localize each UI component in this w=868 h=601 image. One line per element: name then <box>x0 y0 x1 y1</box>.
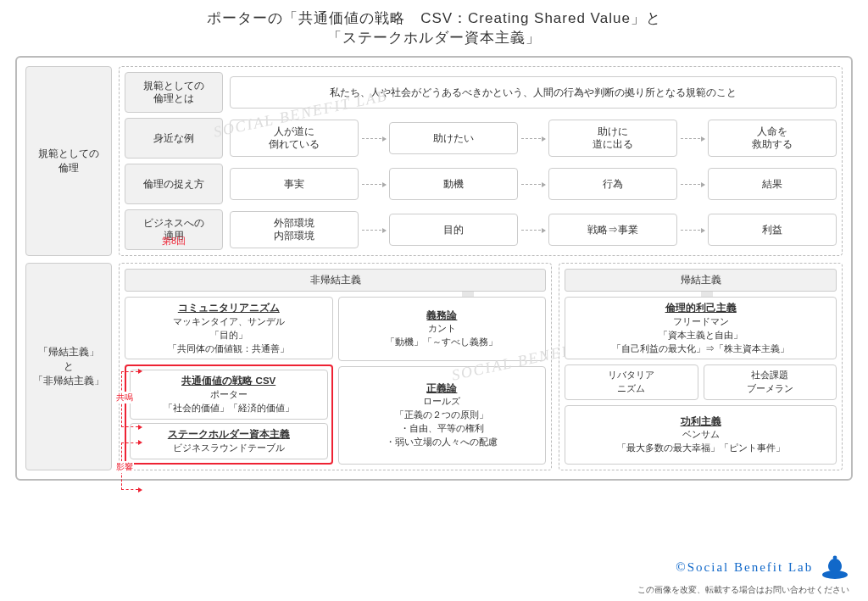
bottom-section: 「帰結主義」 と 「非帰結主義」 非帰結主義 コミュニタリアニズム マッキンタイ… <box>25 263 843 470</box>
arrow-icon <box>681 184 704 185</box>
card-boomerang: 社会課題 ブーメラン <box>704 364 837 400</box>
col-header: 非帰結主義 <box>125 269 546 292</box>
flow-cell: 戦略⇒事業 <box>548 214 677 246</box>
row-definition: 規範としての 倫理とは 私たち、人や社会がどうあるべきかという、人間の行為や判断… <box>125 72 837 113</box>
arrow-icon <box>521 138 545 139</box>
red-arrowhead-icon <box>138 440 142 445</box>
card-libertarianism: リバタリア ニズム <box>565 364 698 400</box>
flow-cell: 外部環境 内部環境 <box>230 211 359 248</box>
col-consequentialism: 帰結主義 倫理的利己主義 フリードマン 「資本主義と自由」 「自己利益の最大化」… <box>559 263 843 470</box>
card-stakeholder-capitalism: ステークホルダー資本主義 ビジネスラウンドテーブル <box>130 423 328 459</box>
card-ethical-egoism: 倫理的利己主義 フリードマン 「資本主義と自由」 「自己利益の最大化」⇒「株主資… <box>565 297 837 359</box>
card-justice: 正義論 ロールズ 「正義の２つの原則」 ・自由、平等の権利 ・弱い立場の人々への… <box>338 366 547 465</box>
red-arrowhead-icon <box>138 487 142 492</box>
arrow-icon <box>362 230 386 231</box>
row-view: 倫理の捉え方 事実 動機 行為 結果 <box>125 164 837 204</box>
pair-row: リバタリア ニズム 社会課題 ブーメラン <box>565 364 837 400</box>
main-frame: 規範としての 倫理 規範としての 倫理とは 私たち、人や社会がどうあるべきかとい… <box>15 56 853 481</box>
card-communitarianism: コミュニタリアニズム マッキンタイア、サンデル 「目的」 「共同体の価値観：共通… <box>125 297 333 359</box>
episode-annot: 第8回 <box>162 235 186 248</box>
page-title: ポーターの「共通価値の戦略 CSV：Creating Shared Value」… <box>0 0 868 51</box>
flow-cell: 人命を 救助する <box>708 120 837 157</box>
row-business: ビジネスへの 適用 第8回 外部環境 内部環境 目的 戦略⇒事業 利益 <box>125 209 837 250</box>
card-deontology: 義務論 カント 「動機」「～すべし義務」 <box>338 297 547 361</box>
card-utilitarianism: 功利主義 ベンサム 「最大多数の最大幸福」「ピント事件」 <box>565 405 837 464</box>
row-label: 倫理の捉え方 <box>125 164 223 204</box>
top-pillar: 規範としての 倫理 <box>25 66 112 256</box>
brand-text: ©Social Benefit Lab <box>676 560 813 574</box>
bottom-pillar: 「帰結主義」 と 「非帰結主義」 <box>25 263 112 470</box>
arrow-icon <box>521 184 545 185</box>
red-arrowhead-icon <box>138 425 142 430</box>
svg-point-1 <box>833 556 837 560</box>
annot-eikyo: 影響 <box>115 461 134 473</box>
arrow-icon <box>681 138 704 139</box>
top-section: 規範としての 倫理 規範としての 倫理とは 私たち、人や社会がどうあるべきかとい… <box>25 66 843 256</box>
arrow-icon <box>681 230 704 231</box>
annot-kyomei: 共鳴 <box>115 392 134 403</box>
arrow-icon <box>362 184 386 185</box>
flow-cell: 人が道に 倒れている <box>230 120 359 157</box>
red-arrowhead-icon <box>138 369 142 374</box>
definition-text: 私たち、人や社会がどうあるべきかという、人間の行為や判断の拠り所となる規範のこと <box>230 76 837 109</box>
row-label: 身近な例 <box>125 118 223 159</box>
row-label: ビジネスへの 適用 第8回 <box>125 209 223 250</box>
highlighted-group: 共通価値の戦略 CSV ポーター 「社会的価値」「経済的価値」 ステークホルダー… <box>125 364 333 464</box>
row-label: 規範としての 倫理とは <box>125 72 223 113</box>
flow-cell: 行為 <box>548 168 677 200</box>
flow-cell: 利益 <box>708 214 837 246</box>
footer: ©Social Benefit Lab この画像を改変、転載する場合はお問い合わ… <box>637 555 849 596</box>
col-non-consequentialism: 非帰結主義 コミュニタリアニズム マッキンタイア、サンデル 「目的」 「共同体の… <box>119 263 552 470</box>
top-rows-container: 規範としての 倫理とは 私たち、人や社会がどうあるべきかという、人間の行為や判断… <box>119 66 843 256</box>
card-csv: 共通価値の戦略 CSV ポーター 「社会的価値」「経済的価値」 <box>130 370 328 420</box>
col-header: 帰結主義 <box>565 269 837 292</box>
row-example: 身近な例 人が道に 倒れている 助けたい 助けに 道に出る 人命を 救助する <box>125 118 837 159</box>
flow-cell: 動機 <box>389 168 518 200</box>
arrow-icon <box>362 138 386 139</box>
arrow-icon <box>521 230 545 231</box>
flow-cell: 助けたい <box>389 122 518 154</box>
flow-cell: 事実 <box>230 168 359 200</box>
flow-cell: 助けに 道に出る <box>548 120 677 157</box>
logo-icon <box>821 555 849 582</box>
flow-cell: 結果 <box>708 168 837 200</box>
footer-note: この画像を改変、転載する場合はお問い合わせください <box>637 584 849 596</box>
flow-cell: 目的 <box>389 214 518 246</box>
